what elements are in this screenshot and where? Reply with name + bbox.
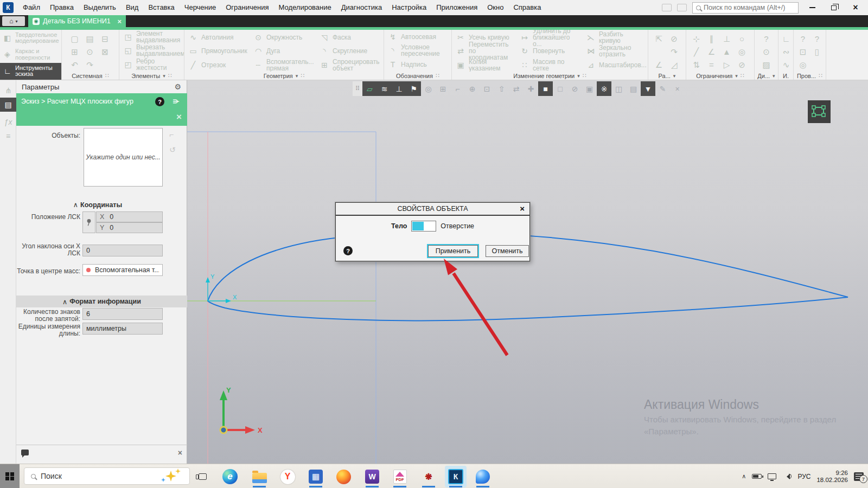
show-constraints-icon[interactable]: ⚑ [406,81,421,96]
home-button[interactable]: ⌂ ▾ [2,16,25,26]
menu-insert[interactable]: Вставка [143,0,179,15]
orientation-icon[interactable]: ✚ [524,81,538,96]
taskbar-app-pdf[interactable]: PDF [389,466,411,487]
mode-sketch-tools[interactable]: ∟Инструменты эскиза [0,63,61,80]
ribbon-item-rotate[interactable]: ↻Повернуть [516,44,582,59]
battery-icon[interactable] [752,474,762,479]
diag-measure-icon[interactable]: ? [759,32,774,46]
start-button[interactable] [0,464,20,488]
constraint-perpendicular-icon[interactable]: ⊥ [719,32,734,46]
shaded-view-icon[interactable]: ■ [538,81,553,96]
taskbar-app-kompas[interactable]: К [445,466,467,487]
tool-icon-2[interactable]: ∾ [780,45,793,59]
ribbon-item-copy[interactable]: ▣Копия указанием [452,58,516,72]
tree-panel-icon[interactable]: ⋔ [0,84,16,98]
command-search[interactable] [692,2,799,14]
taskbar-app-edge[interactable]: e [219,466,241,487]
taskbar-app-explorer[interactable] [248,466,270,487]
list-panel-icon[interactable]: ≡ [0,129,16,143]
zoom-selection-icon[interactable]: ⊕ [465,81,480,96]
section-dropdown-icon[interactable]: ▾ [773,73,775,79]
taskbar-app-yandex[interactable]: Y [277,466,298,487]
tray-chevron-icon[interactable]: ∧ [742,473,746,480]
decimals-field[interactable]: 6 [82,308,163,320]
pan-icon[interactable]: ⇧ [494,81,509,96]
section-grip-icon[interactable]: ∷ [436,72,439,79]
ribbon-item-split-curve[interactable]: ⋋Разбить кривую [582,30,648,44]
menu-view[interactable]: Вид [121,0,144,15]
dialog-help-icon[interactable]: ? [343,246,353,255]
taskbar-app-blue[interactable] [472,466,494,487]
ribbon-item-rib[interactable]: ◰Ребро жесткости [119,57,184,72]
ribbon-item-fillet[interactable]: ◝Скругление [316,44,384,59]
constraint-collinear-icon[interactable]: ╱ [689,45,704,59]
zoom-frame-icon[interactable]: ⊡ [480,81,494,96]
tab-document[interactable]: ◉ Деталь БЕЗ ИМЕНИ1 × [28,15,126,27]
constraint-fix-icon[interactable]: ⊘ [735,58,749,72]
variables-panel-icon[interactable]: ƒx [0,115,16,129]
taskbar-app-calculator[interactable]: ▦ [305,466,327,487]
ribbon-item-rectangle[interactable]: ▭Прямоугольник [184,44,250,59]
ribbon-item-scale[interactable]: ⊿Масштабиров... [582,58,648,72]
dim-linear-icon[interactable] [652,45,666,59]
preview-icon[interactable]: ⊙ [82,45,97,59]
abort-icon[interactable]: × [670,81,685,96]
close-button[interactable]: × [847,1,864,14]
tool-icon-3[interactable]: ∿ [780,58,793,72]
section-grip-icon[interactable]: ∷ [741,72,744,79]
x-coordinate-field[interactable]: X 0 [96,211,163,222]
ribbon-item-segment[interactable]: ╱Отрезок [184,58,250,72]
layers-icon[interactable]: ▤ [626,81,641,96]
menu-diagnostics[interactable]: Диагностика [336,0,387,15]
command-search-input[interactable] [704,4,795,11]
print-icon[interactable]: ⊞ [67,45,82,59]
dialog-close-icon[interactable]: × [520,204,525,213]
toolbar-grip-icon[interactable]: ⠿ [353,81,362,96]
section-grip-icon[interactable]: ∷ [819,72,822,79]
open-icon[interactable]: ▤ [82,32,97,46]
sketch-indicator[interactable] [808,100,831,123]
section-dropdown-icon[interactable]: ▾ [735,73,738,79]
check-help-icon[interactable]: ◎ [796,58,810,72]
menu-settings[interactable]: Настройка [387,0,431,15]
objects-listbox[interactable]: Укажите один или нес... [84,128,163,187]
constraint-vertical-icon[interactable]: ⇅ [689,58,704,72]
angle-field[interactable]: 0 [82,245,163,256]
taskbar-search[interactable]: Поиск [24,467,190,485]
wireframe-view-icon[interactable]: □ [553,81,567,96]
constraint-parallel-icon[interactable]: ∥ [704,32,719,46]
check-trash-icon[interactable]: ▯ [810,45,824,59]
body-hole-toggle[interactable] [411,221,436,232]
restore-button[interactable] [826,1,842,14]
save-as-icon[interactable]: ⊠ [98,45,112,59]
ribbon-item-conditional-intersection[interactable]: ◝Условное пересечение [384,44,451,58]
constraint-concentric-icon[interactable]: ◎ [735,45,749,59]
dim-arc-icon[interactable]: ◿ [667,58,681,72]
mode-solid-modeling[interactable]: ◧Твердотельное моделирование [0,30,61,47]
ribbon-item-grid-array[interactable]: ∷Массив по сетке [516,58,582,72]
help-icon[interactable]: ? [155,97,164,106]
section-grip-icon[interactable]: ∷ [301,72,304,79]
sheet-view-icon[interactable]: ◫ [611,81,626,96]
undo-icon[interactable]: ↶ [67,58,82,72]
section-grip-icon[interactable]: ∷ [583,72,586,79]
pin-button[interactable] [82,211,95,233]
menu-modeling[interactable]: Моделирование [274,0,336,15]
dim-auto-icon[interactable]: ⇱ [652,32,666,46]
parameters-panel-icon[interactable]: ▤ [0,98,16,112]
language-indicator[interactable]: РУС [797,473,810,480]
check-icon-3[interactable]: ⊡ [796,45,810,59]
dim-diameter-icon[interactable]: ⊘ [667,32,681,46]
grid-icon[interactable]: ⊞ [436,81,450,96]
constraint-align-icon[interactable]: ▲ [719,45,734,59]
apply-button[interactable]: Применить [428,245,478,257]
coords-section-header[interactable]: ∧Координаты [16,201,179,209]
filter-icon[interactable]: ▼ [641,81,655,96]
menu-drafting[interactable]: Черчение [180,0,221,15]
speaker-icon[interactable] [782,474,792,479]
command-close-icon[interactable]: × [176,112,182,123]
diag-check-icon[interactable]: ⊙ [759,45,774,59]
new-doc-icon[interactable]: ▢ [67,32,82,46]
attachments-icon[interactable]: ≋ [377,81,392,96]
dialog-title-bar[interactable]: СВОЙСТВА ОБЪЕКТА × [336,203,529,216]
